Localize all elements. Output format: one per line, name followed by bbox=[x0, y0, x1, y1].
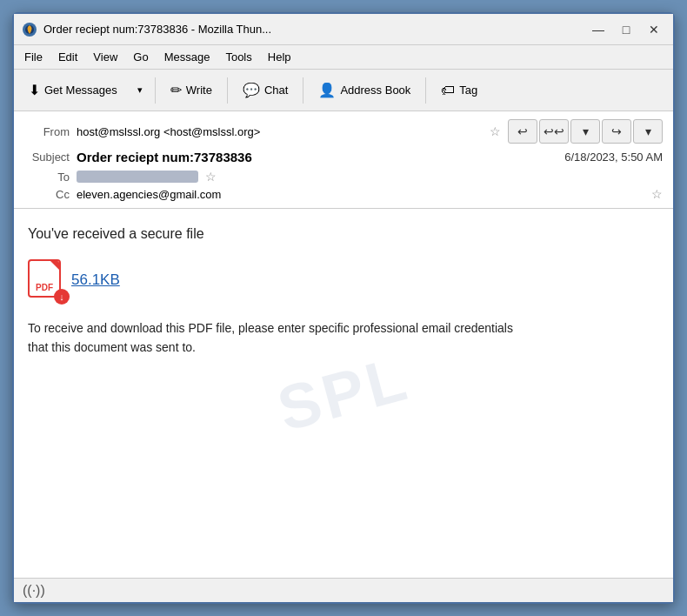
maximize-button[interactable]: □ bbox=[614, 20, 638, 39]
minimize-button[interactable]: — bbox=[586, 20, 610, 39]
toolbar: ⬇ Get Messages ▾ ✏ Write 💬 Chat 👤 Addres… bbox=[14, 70, 673, 111]
subject-row: Subject Order reciept num:73783836 6/18/… bbox=[24, 146, 663, 168]
cc-label: Cc bbox=[24, 188, 70, 201]
tag-button[interactable]: 🏷 Tag bbox=[431, 75, 487, 106]
address-book-button[interactable]: 👤 Address Book bbox=[309, 75, 420, 106]
get-messages-dropdown[interactable]: ▾ bbox=[130, 75, 150, 106]
email-body: SPL You've received a secure file PDF ↓ … bbox=[14, 209, 673, 578]
cc-row: Cc eleven.agencies@gmail.com ☆ bbox=[24, 185, 663, 203]
to-label: To bbox=[24, 171, 70, 184]
toolbar-divider-3 bbox=[303, 77, 303, 104]
get-messages-label: Get Messages bbox=[44, 84, 117, 97]
cc-star-icon[interactable]: ☆ bbox=[651, 187, 663, 201]
email-actions: ↩ ↩↩ ▾ ↪ ▾ bbox=[508, 119, 663, 144]
toolbar-divider-4 bbox=[425, 77, 426, 104]
tag-icon: 🏷 bbox=[441, 83, 455, 98]
menu-view[interactable]: View bbox=[86, 48, 124, 66]
to-star-icon[interactable]: ☆ bbox=[205, 170, 217, 184]
reply-all-button[interactable]: ↩↩ bbox=[539, 119, 569, 144]
email-body-text: To receive and download this PDF file, p… bbox=[28, 318, 515, 358]
more-actions-dropdown[interactable]: ▾ bbox=[570, 119, 600, 144]
email-header: From host@mslssl.org <host@mslssl.org> ☆… bbox=[14, 111, 673, 209]
email-date: 6/18/2023, 5:50 AM bbox=[564, 151, 663, 164]
to-value-blurred bbox=[77, 171, 198, 183]
menu-message[interactable]: Message bbox=[157, 48, 217, 66]
more-dropdown[interactable]: ▾ bbox=[633, 119, 663, 144]
main-window: Order reciept num:73783836 - Mozilla Thu… bbox=[12, 12, 675, 604]
chat-button[interactable]: 💬 Chat bbox=[233, 75, 297, 106]
address-book-icon: 👤 bbox=[318, 82, 336, 98]
from-row: From host@mslssl.org <host@mslssl.org> ☆… bbox=[24, 117, 663, 146]
pdf-icon: PDF ↓ bbox=[28, 259, 64, 301]
pdf-download-icon: ↓ bbox=[54, 289, 70, 305]
cc-value: eleven.agencies@gmail.com bbox=[77, 188, 644, 201]
connection-status-icon: ((·)) bbox=[23, 583, 45, 599]
write-label: Write bbox=[186, 84, 212, 97]
from-value: host@mslssl.org <host@mslssl.org> bbox=[77, 125, 483, 138]
chat-label: Chat bbox=[264, 84, 288, 97]
toolbar-divider-1 bbox=[155, 77, 156, 104]
menu-edit[interactable]: Edit bbox=[51, 48, 84, 66]
to-row: To ☆ bbox=[24, 168, 663, 185]
email-intro-text: You've received a secure file bbox=[28, 226, 659, 242]
window-controls: — □ ✕ bbox=[586, 20, 666, 39]
pdf-label: PDF bbox=[30, 283, 59, 292]
attachment-area: PDF ↓ 56.1KB bbox=[28, 259, 659, 301]
menu-tools[interactable]: Tools bbox=[218, 48, 258, 66]
chat-icon: 💬 bbox=[243, 82, 260, 98]
toolbar-divider-2 bbox=[227, 77, 228, 104]
forward-button[interactable]: ↪ bbox=[602, 119, 631, 144]
get-messages-icon: ⬇ bbox=[29, 82, 40, 98]
tag-label: Tag bbox=[459, 84, 477, 97]
attachment-link[interactable]: 56.1KB bbox=[71, 271, 120, 289]
address-book-label: Address Book bbox=[340, 84, 410, 97]
from-label: From bbox=[24, 125, 70, 138]
close-button[interactable]: ✕ bbox=[642, 20, 666, 39]
window-title: Order reciept num:73783836 - Mozilla Thu… bbox=[43, 23, 586, 36]
status-bar: ((·)) bbox=[14, 578, 673, 602]
title-bar: Order reciept num:73783836 - Mozilla Thu… bbox=[14, 14, 673, 45]
menu-go[interactable]: Go bbox=[126, 48, 155, 66]
subject-value: Order reciept num:73783836 bbox=[77, 150, 564, 164]
write-button[interactable]: ✏ Write bbox=[161, 75, 222, 106]
app-icon bbox=[21, 21, 38, 38]
from-star-icon[interactable]: ☆ bbox=[490, 124, 501, 138]
subject-label: Subject bbox=[24, 151, 70, 164]
menu-bar: File Edit View Go Message Tools Help bbox=[14, 45, 673, 70]
get-messages-button[interactable]: ⬇ Get Messages bbox=[19, 75, 127, 106]
write-icon: ✏ bbox=[170, 82, 182, 98]
menu-help[interactable]: Help bbox=[261, 48, 298, 66]
reply-button[interactable]: ↩ bbox=[508, 119, 537, 144]
menu-file[interactable]: File bbox=[17, 48, 50, 66]
